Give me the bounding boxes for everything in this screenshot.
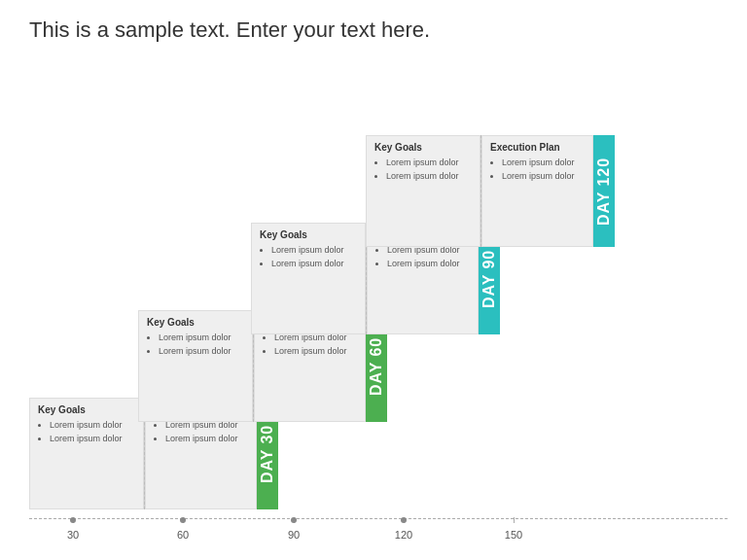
day30-key-goals-title: Key Goals [38,404,135,415]
list-item: Lorem ipsum dolor [159,332,244,345]
day90-key-goals: Key Goals Lorem ipsum dolor Lorem ipsum … [251,223,366,334]
axis-label-30: 30 [67,529,79,541]
day120-key-goals-title: Key Goals [374,142,472,153]
axis-label-90: 90 [288,529,300,541]
page-title: This is a sample text. Enter your text h… [0,0,747,52]
day120-execution-plan: Execution Plan Lorem ipsum dolor Lorem i… [481,135,593,247]
axis-dot-60 [180,517,186,523]
day60-key-goals-title: Key Goals [147,317,244,328]
axis-line [29,518,728,519]
axis-dot-30 [70,517,76,523]
list-item: Lorem ipsum dolor [502,157,585,170]
list-item: Lorem ipsum dolor [165,433,248,446]
list-item: Lorem ipsum dolor [271,244,357,258]
list-item: Lorem ipsum dolor [50,433,135,446]
axis-tick-150 [514,517,515,523]
list-item: Lorem ipsum dolor [271,258,357,271]
axis-label-120: 120 [395,529,412,541]
day120-key-goals: Key Goals Lorem ipsum dolor Lorem ipsum … [366,135,480,247]
day120-label: DAY 120 [593,135,615,247]
day120-block: Key Goals Lorem ipsum dolor Lorem ipsum … [366,135,615,247]
day60-key-goals: Key Goals Lorem ipsum dolor Lorem ipsum … [138,310,253,422]
list-item: Lorem ipsum dolor [386,157,472,170]
list-item: Lorem ipsum dolor [274,345,357,359]
axis-dot-120 [401,517,407,523]
list-item: Lorem ipsum dolor [502,170,585,184]
list-item: Lorem ipsum dolor [386,170,472,184]
list-item: Lorem ipsum dolor [387,258,470,271]
list-item: Lorem ipsum dolor [159,345,244,359]
chart-area: Key Goals Lorem ipsum dolor Lorem ipsum … [0,68,747,560]
day120-execution-plan-title: Execution Plan [490,142,585,153]
axis-dot-90 [291,517,297,523]
axis-label-60: 60 [177,529,189,541]
day90-key-goals-title: Key Goals [260,229,357,240]
axis-label-150: 150 [505,529,522,541]
day30-key-goals: Key Goals Lorem ipsum dolor Lorem ipsum … [29,398,144,509]
list-item: Lorem ipsum dolor [50,419,135,433]
